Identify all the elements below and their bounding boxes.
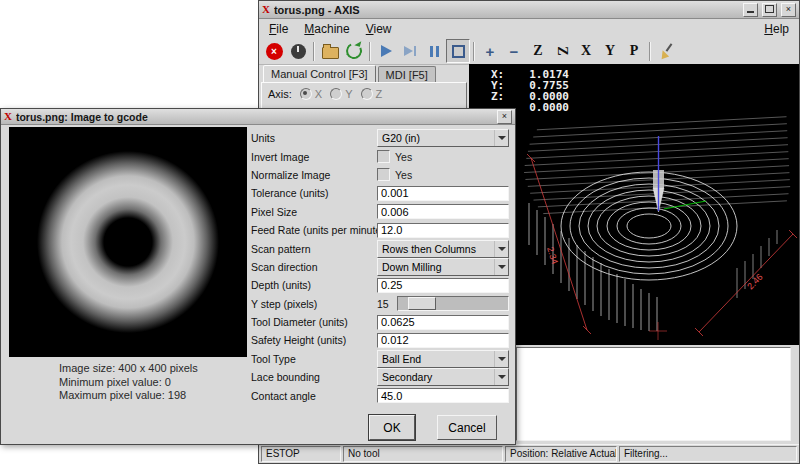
tab-mdi[interactable]: MDI [F5] bbox=[378, 66, 436, 82]
invert-image-checkbox[interactable] bbox=[377, 150, 390, 163]
run-icon bbox=[381, 45, 392, 57]
display-column: X:1.0174 Y:0.7755 Z:0.0000 0.0000 bbox=[469, 64, 799, 443]
tool-diameter-input[interactable] bbox=[377, 315, 509, 330]
ok-button[interactable]: OK bbox=[369, 415, 415, 440]
axis-selector-row: Axis: X Y Z bbox=[268, 88, 460, 100]
zoom-out-button[interactable]: − bbox=[502, 39, 526, 63]
menu-file[interactable]: File bbox=[261, 20, 296, 38]
preview-canvas[interactable]: 2.34 2.46 bbox=[469, 108, 799, 345]
units-select[interactable]: G20 (in) bbox=[377, 129, 509, 147]
estop-button[interactable]: × bbox=[262, 39, 286, 63]
program-panel bbox=[469, 345, 799, 443]
view-rotated-icon: Z bbox=[555, 46, 569, 55]
zoom-in-button[interactable]: + bbox=[478, 39, 502, 63]
view-perspective-button[interactable]: P bbox=[622, 39, 646, 63]
minimize-button[interactable] bbox=[743, 3, 758, 17]
view-top-button[interactable]: Z bbox=[526, 39, 550, 63]
image-info: Image size: 400 x 400 pixels Minimum pix… bbox=[59, 362, 198, 403]
preview-area: X:1.0174 Y:0.7755 Z:0.0000 0.0000 bbox=[469, 64, 799, 345]
status-estop: ESTOP bbox=[261, 446, 341, 462]
axis-y-radio[interactable]: Y bbox=[330, 88, 352, 100]
status-activity: Filtering... bbox=[619, 446, 797, 462]
chevron-down-icon bbox=[494, 130, 508, 146]
image-to-gcode-dialog: X torus.png: Image to gcode × Image size… bbox=[0, 108, 516, 445]
row-y-step: Y step (pixels) 15 bbox=[251, 295, 509, 313]
tolerance-input[interactable] bbox=[377, 186, 509, 201]
toolbar: × + − Z Z X Y P bbox=[259, 38, 799, 65]
axis-x-radio[interactable]: X bbox=[300, 88, 322, 100]
broom-icon bbox=[658, 43, 674, 59]
tab-manual-control[interactable]: Manual Control [F3] bbox=[263, 65, 376, 82]
run-button[interactable] bbox=[374, 39, 398, 63]
tabstrip: Manual Control [F3] MDI [F5] bbox=[263, 65, 467, 82]
tool-type-select[interactable]: Ball End bbox=[377, 350, 509, 368]
depth-input[interactable] bbox=[377, 278, 509, 293]
view-side-button[interactable]: X bbox=[574, 39, 598, 63]
image-max-text: Maximum pixel value: 198 bbox=[59, 389, 198, 403]
feed-rate-input[interactable] bbox=[377, 223, 509, 238]
row-scan-direction: Scan direction Down Milling bbox=[251, 258, 509, 276]
close-icon[interactable]: × bbox=[781, 3, 796, 17]
contact-angle-input[interactable] bbox=[377, 388, 509, 403]
row-pixel-size: Pixel Size bbox=[251, 203, 509, 221]
power-icon bbox=[291, 44, 306, 59]
menu-help[interactable]: Help bbox=[756, 20, 797, 38]
chevron-down-icon bbox=[494, 259, 508, 275]
clear-plot-button[interactable] bbox=[654, 39, 678, 63]
machine-power-button[interactable] bbox=[286, 39, 310, 63]
lace-bounding-select[interactable]: Secondary bbox=[377, 368, 509, 386]
row-depth: Depth (units) bbox=[251, 276, 509, 294]
toolbar-separator bbox=[473, 42, 475, 61]
normalize-image-checkbox[interactable] bbox=[377, 168, 390, 181]
zoom-in-icon: + bbox=[486, 44, 495, 59]
axis-titlebar[interactable]: X torus.png - AXIS × bbox=[259, 1, 799, 19]
radio-icon bbox=[300, 88, 312, 100]
radio-icon bbox=[361, 88, 373, 100]
view-front-button[interactable]: Y bbox=[598, 39, 622, 63]
dialog-title: torus.png: Image to gcode bbox=[16, 111, 493, 123]
reload-button[interactable] bbox=[342, 39, 366, 63]
menubar: File Machine View Help bbox=[259, 19, 799, 38]
pause-button[interactable] bbox=[422, 39, 446, 63]
gcode-listing[interactable] bbox=[516, 347, 791, 441]
options-form: Units G20 (in) Invert Image Yes Normaliz… bbox=[251, 129, 509, 405]
view-rotated-button[interactable]: Z bbox=[550, 39, 574, 63]
row-normalize-image: Normalize Image Yes bbox=[251, 166, 509, 184]
scan-pattern-select[interactable]: Rows then Columns bbox=[377, 240, 509, 258]
cancel-button[interactable]: Cancel bbox=[437, 415, 497, 440]
reload-icon bbox=[344, 41, 365, 62]
pixel-size-input[interactable] bbox=[377, 204, 509, 219]
open-file-button[interactable] bbox=[318, 39, 342, 63]
dialog-logo-icon: X bbox=[4, 111, 12, 122]
menu-view[interactable]: View bbox=[358, 20, 400, 38]
torus-toolpath bbox=[561, 172, 737, 280]
statusbar: ESTOP No tool Position: Relative Actual … bbox=[259, 444, 799, 463]
close-icon[interactable]: × bbox=[497, 110, 512, 124]
pause-icon bbox=[430, 46, 439, 57]
chevron-down-icon bbox=[494, 369, 508, 385]
menu-machine[interactable]: Machine bbox=[296, 20, 357, 38]
step-button[interactable] bbox=[398, 39, 422, 63]
view-front-icon: Y bbox=[605, 44, 615, 58]
maximize-button[interactable] bbox=[762, 3, 777, 17]
row-tool-diameter: Tool Diameter (units) bbox=[251, 313, 509, 331]
scan-direction-select[interactable]: Down Milling bbox=[377, 258, 509, 276]
row-tolerance: Tolerance (units) bbox=[251, 184, 509, 202]
row-feed-rate: Feed Rate (units per minute) bbox=[251, 221, 509, 239]
zoom-out-icon: − bbox=[510, 44, 519, 59]
view-side-icon: X bbox=[581, 44, 591, 58]
toolbar-separator bbox=[649, 42, 651, 61]
origin-marker bbox=[649, 322, 667, 340]
chevron-down-icon bbox=[494, 241, 508, 257]
slider-thumb[interactable] bbox=[408, 297, 436, 310]
stop-button[interactable] bbox=[446, 39, 470, 63]
source-image-preview bbox=[9, 127, 247, 357]
row-tool-type: Tool Type Ball End bbox=[251, 350, 509, 368]
y-step-slider[interactable] bbox=[397, 296, 509, 311]
axis-z-radio[interactable]: Z bbox=[361, 88, 383, 100]
chevron-down-icon bbox=[494, 351, 508, 367]
row-safety-height: Safety Height (units) bbox=[251, 331, 509, 349]
safety-height-input[interactable] bbox=[377, 333, 509, 348]
image-size-text: Image size: 400 x 400 pixels bbox=[59, 362, 198, 376]
dialog-titlebar[interactable]: X torus.png: Image to gcode × bbox=[1, 109, 515, 125]
